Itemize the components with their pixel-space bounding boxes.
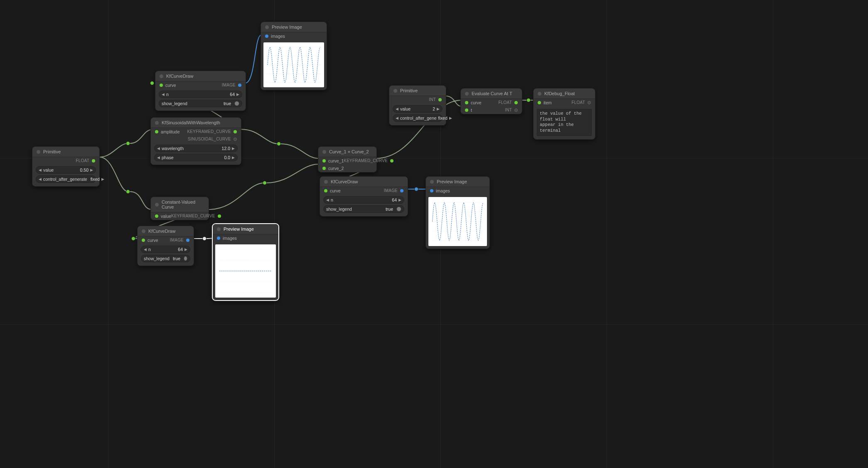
- node-title-bar[interactable]: KfCurveDraw: [138, 226, 194, 236]
- collapse-dot-icon[interactable]: [155, 203, 159, 207]
- value-widget[interactable]: ◀ value 2 ▶: [393, 105, 443, 113]
- value-widget[interactable]: ◀ value 0.50 ▶: [36, 166, 96, 174]
- node-title-bar[interactable]: Preview Image: [261, 22, 327, 32]
- arrow-right-icon[interactable]: ▶: [184, 247, 187, 251]
- collapse-dot-icon[interactable]: [538, 92, 541, 96]
- collapse-dot-icon[interactable]: [430, 180, 434, 184]
- input-port[interactable]: [322, 167, 326, 170]
- arrow-right-icon[interactable]: ▶: [232, 155, 235, 160]
- input-port[interactable]: [322, 159, 326, 163]
- node-preview-image-right[interactable]: Preview Image images: [425, 176, 490, 249]
- output-port[interactable]: [234, 138, 237, 141]
- arrow-left-icon[interactable]: ◀: [144, 247, 147, 251]
- node-title-bar[interactable]: KfCurveDraw: [320, 177, 408, 187]
- input-port[interactable]: [160, 84, 163, 87]
- show-legend-widget[interactable]: show_legend true: [159, 100, 242, 107]
- input-port[interactable]: [265, 34, 268, 38]
- node-title-bar[interactable]: Primitive: [389, 86, 446, 96]
- collapse-dot-icon[interactable]: [155, 121, 159, 125]
- arrow-left-icon[interactable]: ◀: [396, 107, 398, 111]
- input-port[interactable]: [217, 236, 220, 240]
- output-port[interactable]: [438, 98, 442, 101]
- input-port[interactable]: [155, 214, 158, 218]
- phase-widget[interactable]: ◀ phase 0.0 ▶: [154, 154, 238, 161]
- arrow-right-icon[interactable]: ▶: [449, 116, 452, 120]
- input-port[interactable]: [538, 101, 541, 104]
- node-primitive-float[interactable]: Primitive FLOAT ◀ value 0.50 ▶ ◀ control…: [32, 146, 100, 187]
- collapse-dot-icon[interactable]: [393, 89, 397, 93]
- arrow-right-icon[interactable]: ▶: [232, 146, 235, 150]
- output-port[interactable]: [218, 214, 221, 218]
- output-port[interactable]: [588, 101, 591, 104]
- output-port[interactable]: [186, 239, 189, 242]
- output-port[interactable]: [92, 159, 95, 163]
- arrow-right-icon[interactable]: ▶: [101, 177, 104, 181]
- node-curve-add[interactable]: Curve_1 + Curve_2 curve_1 KEYFRAMED_CURV…: [318, 146, 377, 172]
- arrow-left-icon[interactable]: ◀: [39, 177, 42, 181]
- arrow-left-icon[interactable]: ◀: [162, 92, 165, 96]
- node-title-bar[interactable]: KfSinusoidalWithWavelength: [151, 118, 241, 128]
- input-port[interactable]: [465, 108, 468, 112]
- input-port[interactable]: [155, 130, 158, 133]
- node-evaluate-curve[interactable]: Evaluate Curve At T curve FLOAT t INT: [460, 88, 522, 114]
- collapse-dot-icon[interactable]: [465, 92, 469, 96]
- arrow-left-icon[interactable]: ◀: [396, 116, 398, 120]
- node-kfcurvedraw-top[interactable]: KfCurveDraw curve IMAGE ◀ n 64 ▶ show_le…: [155, 71, 246, 111]
- reroute[interactable]: [126, 190, 130, 194]
- reroute[interactable]: [277, 142, 281, 146]
- arrow-left-icon[interactable]: ◀: [326, 198, 329, 202]
- toggle-icon[interactable]: [184, 256, 187, 261]
- node-title-bar[interactable]: Constant-Valued Curve: [151, 197, 209, 212]
- arrow-right-icon[interactable]: ▶: [236, 92, 239, 96]
- node-kfcurvedraw-right[interactable]: KfCurveDraw curve IMAGE ◀ n 64 ▶ show_le…: [320, 176, 408, 217]
- arrow-left-icon[interactable]: ◀: [39, 168, 42, 172]
- reroute[interactable]: [126, 141, 130, 145]
- collapse-dot-icon[interactable]: [160, 74, 163, 78]
- collapse-dot-icon[interactable]: [324, 180, 328, 184]
- collapse-dot-icon[interactable]: [217, 227, 221, 231]
- output-port[interactable]: [390, 159, 393, 163]
- node-preview-image-bottom[interactable]: Preview Image images: [212, 224, 279, 301]
- output-port[interactable]: [234, 130, 237, 133]
- toggle-icon[interactable]: [234, 101, 239, 106]
- reroute[interactable]: [202, 236, 207, 241]
- collapse-dot-icon[interactable]: [37, 150, 40, 154]
- node-title-bar[interactable]: Preview Image: [213, 224, 278, 234]
- collapse-dot-icon[interactable]: [322, 150, 326, 154]
- node-title-bar[interactable]: KfCurveDraw: [155, 71, 246, 81]
- show-legend-widget[interactable]: show_legend true: [323, 205, 404, 213]
- input-port[interactable]: [465, 101, 468, 104]
- node-title-bar[interactable]: Primitive: [32, 147, 99, 157]
- arrow-right-icon[interactable]: ▶: [437, 107, 440, 111]
- node-primitive-int[interactable]: Primitive INT ◀ value 2 ▶ ◀ control_afte…: [389, 85, 446, 126]
- output-port[interactable]: [514, 101, 518, 104]
- arrow-right-icon[interactable]: ▶: [90, 168, 93, 172]
- node-title-bar[interactable]: KfDebug_Float: [534, 89, 595, 99]
- reroute[interactable]: [414, 187, 418, 191]
- input-port[interactable]: [142, 239, 145, 242]
- output-port[interactable]: [238, 84, 241, 87]
- reroute[interactable]: [526, 98, 531, 102]
- input-port[interactable]: [324, 189, 327, 192]
- control-after-generate-widget[interactable]: ◀ control_after_generate fixed ▶: [36, 175, 96, 183]
- node-kfsinusoidal[interactable]: KfSinusoidalWithWavelength amplitude KEY…: [150, 117, 241, 165]
- reroute[interactable]: [263, 181, 267, 185]
- show-legend-widget[interactable]: show_legend true: [141, 255, 190, 262]
- n-widget[interactable]: ◀ n 64 ▶: [323, 196, 404, 204]
- node-constant-curve[interactable]: Constant-Valued Curve value KEYFRAMED_CU…: [150, 197, 209, 220]
- node-title-bar[interactable]: Preview Image: [426, 177, 489, 187]
- output-port[interactable]: [400, 189, 403, 192]
- arrow-left-icon[interactable]: ◀: [157, 155, 160, 160]
- control-after-generate-widget[interactable]: ◀ control_after_gene fixed ▶: [393, 114, 443, 122]
- node-kfdebug-float[interactable]: KfDebug_Float item FLOAT the value of th…: [533, 88, 595, 140]
- collapse-dot-icon[interactable]: [265, 25, 269, 29]
- reroute[interactable]: [150, 81, 154, 85]
- node-preview-image-top[interactable]: Preview Image images: [261, 22, 327, 90]
- output-port[interactable]: [514, 108, 518, 112]
- node-kfcurvedraw-bottom[interactable]: KfCurveDraw curve IMAGE ◀ n 64 ▶ show_le…: [137, 226, 194, 266]
- wavelength-widget[interactable]: ◀ wavelength 12.0 ▶: [154, 145, 238, 152]
- node-title-bar[interactable]: Evaluate Curve At T: [461, 89, 522, 99]
- collapse-dot-icon[interactable]: [142, 229, 145, 233]
- n-widget[interactable]: ◀ n 64 ▶: [159, 91, 242, 98]
- arrow-left-icon[interactable]: ◀: [157, 146, 160, 150]
